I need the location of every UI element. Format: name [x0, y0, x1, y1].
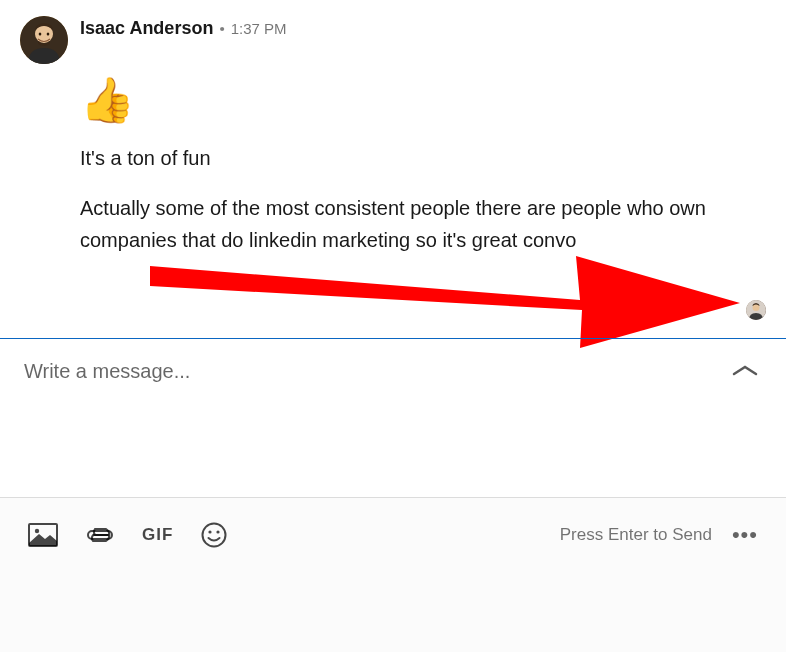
avatar-image — [20, 16, 68, 64]
image-icon[interactable] — [28, 523, 58, 547]
separator: • — [219, 20, 224, 37]
message-body: 👍 It's a ton of fun Actually some of the… — [20, 64, 766, 256]
timestamp: 1:37 PM — [231, 20, 287, 37]
message-text-1: It's a ton of fun — [80, 142, 720, 174]
toolbar-left: GIF — [28, 522, 227, 548]
svg-point-13 — [217, 530, 220, 533]
send-hint: Press Enter to Send — [560, 525, 712, 545]
toolbar-right: Press Enter to Send ••• — [560, 522, 758, 548]
emoji-icon[interactable] — [201, 522, 227, 548]
more-icon[interactable]: ••• — [732, 522, 758, 548]
attachment-icon[interactable] — [86, 527, 114, 543]
thumbs-up-emoji: 👍 — [80, 78, 766, 122]
svg-point-11 — [203, 524, 226, 547]
message-text-2: Actually some of the most consistent peo… — [80, 192, 720, 256]
message-block: Isaac Anderson • 1:37 PM 👍 It's a ton of… — [0, 0, 786, 256]
avatar[interactable] — [20, 16, 68, 64]
compose-area — [0, 338, 786, 498]
gif-icon[interactable]: GIF — [142, 525, 173, 545]
sender-line: Isaac Anderson • 1:37 PM — [80, 18, 287, 39]
collapse-icon[interactable] — [728, 360, 762, 386]
message-input[interactable] — [24, 360, 728, 383]
svg-point-12 — [209, 530, 212, 533]
svg-marker-6 — [150, 256, 740, 348]
read-receipt[interactable] — [746, 300, 766, 320]
svg-point-2 — [39, 32, 42, 35]
svg-point-8 — [35, 529, 39, 533]
message-header: Isaac Anderson • 1:37 PM — [20, 16, 766, 64]
read-receipt-avatar — [746, 300, 766, 320]
sender-name[interactable]: Isaac Anderson — [80, 18, 213, 39]
compose-toolbar: GIF Press Enter to Send ••• — [0, 497, 786, 652]
svg-point-3 — [47, 32, 50, 35]
